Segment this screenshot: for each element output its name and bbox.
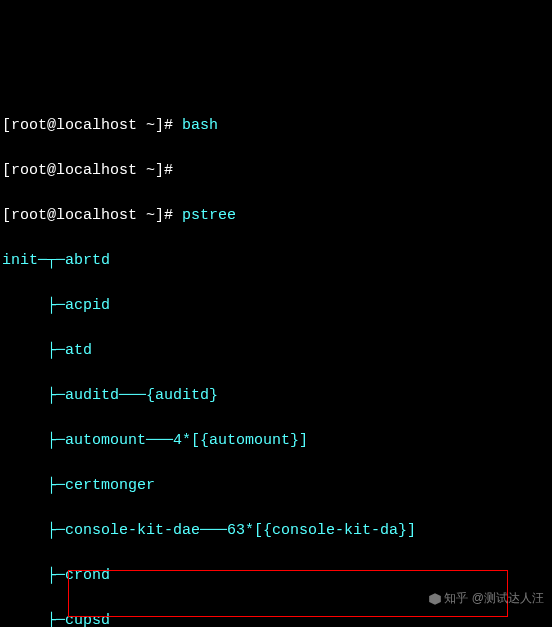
prompt-line: [root@localhost ~]# bash (2, 115, 550, 138)
pstree-line: ├─cupsd (2, 610, 550, 628)
pstree-line: ├─acpid (2, 295, 550, 318)
pstree-line: ├─automount───4*[{automount}] (2, 430, 550, 453)
pstree-line: ├─certmonger (2, 475, 550, 498)
command-text: pstree (182, 207, 236, 224)
shell-prompt: [root@localhost ~]# (2, 162, 182, 179)
prompt-line: [root@localhost ~]# (2, 160, 550, 183)
watermark-text: 知乎 @测试达人汪 (444, 591, 544, 605)
pstree-line: ├─auditd───{auditd} (2, 385, 550, 408)
pstree-line: init─┬─abrtd (2, 250, 550, 273)
command-text: bash (182, 117, 218, 134)
watermark: 知乎 @测试达人汪 (428, 589, 544, 607)
zhihu-icon (428, 592, 442, 606)
shell-prompt: [root@localhost ~]# (2, 207, 182, 224)
prompt-line: [root@localhost ~]# pstree (2, 205, 550, 228)
pstree-line: ├─console-kit-dae───63*[{console-kit-da}… (2, 520, 550, 543)
pstree-line: ├─atd (2, 340, 550, 363)
terminal-output: [root@localhost ~]# bash [root@localhost… (2, 92, 550, 627)
shell-prompt: [root@localhost ~]# (2, 117, 182, 134)
pstree-line: ├─crond (2, 565, 550, 588)
